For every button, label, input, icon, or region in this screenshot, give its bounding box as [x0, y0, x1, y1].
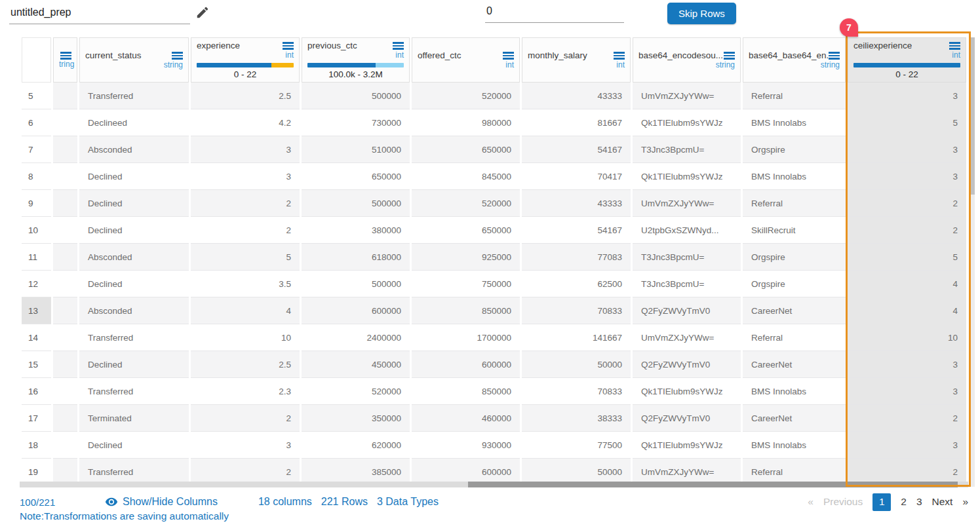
table-cell[interactable]: 70417	[522, 163, 631, 190]
table-cell[interactable]: 38333	[522, 405, 631, 432]
table-cell[interactable]: 54167	[522, 136, 631, 163]
column-header-previous_ctc[interactable]: previous_ctcint100.0k - 3.2M	[302, 37, 410, 83]
table-cell[interactable]: CareerNet	[743, 351, 846, 378]
table-cell[interactable]: UmVmZXJyYWw=	[633, 190, 741, 217]
table-cell[interactable]	[53, 83, 77, 109]
column-menu-icon[interactable]	[283, 42, 294, 50]
skip-rows-button[interactable]: Skip Rows	[667, 3, 736, 24]
column-menu-icon[interactable]	[949, 42, 960, 50]
table-cell[interactable]: 81667	[522, 109, 631, 136]
table-cell[interactable]: Declined	[79, 271, 189, 297]
table-cell[interactable]: 350000	[302, 405, 410, 432]
table-cell[interactable]: BMS Innolabs	[743, 109, 846, 136]
table-cell[interactable]: Transferred	[79, 83, 189, 109]
table-cell[interactable]: 10	[848, 324, 966, 351]
table-cell[interactable]: 5	[191, 244, 300, 271]
next-button[interactable]: Next	[932, 496, 953, 508]
table-cell[interactable]: 730000	[302, 109, 410, 136]
table-cell[interactable]: 520000	[302, 378, 410, 405]
table-cell[interactable]: Transferred	[79, 324, 189, 351]
table-cell[interactable]: 4.2	[191, 109, 300, 136]
table-cell[interactable]: 2	[848, 217, 966, 244]
table-cell[interactable]: 618000	[302, 244, 410, 271]
table-cell[interactable]: Qk1TIElubm9sYWJz	[633, 432, 741, 459]
table-cell[interactable]: BMS Innolabs	[743, 163, 846, 190]
table-cell[interactable]	[53, 163, 77, 190]
table-cell[interactable]: Declined	[79, 217, 189, 244]
table-cell[interactable]: Q2FyZWVyTmV0	[633, 351, 741, 378]
row-number-cell[interactable]: 9	[22, 190, 51, 217]
table-cell[interactable]	[53, 109, 77, 136]
table-cell[interactable]: 980000	[412, 109, 520, 136]
table-cell[interactable]: 600000	[302, 297, 410, 324]
row-number-cell[interactable]: 12	[22, 271, 51, 297]
column-menu-icon[interactable]	[724, 52, 735, 60]
table-cell[interactable]: Orgspire	[743, 271, 846, 297]
table-cell[interactable]: Q2FyZWVyTmV0	[633, 405, 741, 432]
table-cell[interactable]: 43333	[522, 83, 631, 109]
table-cell[interactable]: 5	[848, 244, 966, 271]
table-cell[interactable]: 4	[848, 297, 966, 324]
table-cell[interactable]: 460000	[412, 405, 520, 432]
edit-pencil-icon[interactable]	[195, 5, 210, 20]
table-cell[interactable]: 500000	[302, 190, 410, 217]
table-cell[interactable]: 2.5	[191, 351, 300, 378]
horizontal-scrollbar[interactable]	[20, 482, 968, 487]
page-1-button[interactable]: 1	[872, 493, 891, 511]
table-cell[interactable]	[53, 190, 77, 217]
table-cell[interactable]: UmVmZXJyYWw=	[633, 324, 741, 351]
row-number-cell[interactable]: 11	[22, 244, 51, 271]
table-cell[interactable]: Orgspire	[743, 244, 846, 271]
table-cell[interactable]: Q2FyZWVyTmV0	[633, 297, 741, 324]
table-cell[interactable]	[53, 378, 77, 405]
column-menu-icon[interactable]	[503, 52, 514, 60]
table-cell[interactable]: Absconded	[79, 297, 189, 324]
table-cell[interactable]: 3	[191, 136, 300, 163]
table-cell[interactable]: 4	[191, 297, 300, 324]
page-2-button[interactable]: 2	[901, 496, 907, 508]
table-cell[interactable]: 850000	[412, 378, 520, 405]
table-cell[interactable]: Referral	[743, 83, 846, 109]
table-cell[interactable]: 43333	[522, 190, 631, 217]
table-cell[interactable]: 10	[191, 324, 300, 351]
table-cell[interactable]: Absconded	[79, 244, 189, 271]
table-cell[interactable]: 600000	[412, 351, 520, 378]
table-cell[interactable]: 3	[848, 163, 966, 190]
table-cell[interactable]: 520000	[412, 190, 520, 217]
table-cell[interactable]: 930000	[412, 432, 520, 459]
column-header-experience[interactable]: experienceint0 - 22	[191, 37, 300, 83]
table-cell[interactable]: Terminated	[79, 405, 189, 432]
table-cell[interactable]: 650000	[412, 217, 520, 244]
column-header-truncated[interactable]: tring	[53, 37, 77, 83]
table-cell[interactable]: U2tpbGxSZWNyd...	[633, 217, 741, 244]
table-cell[interactable]	[53, 136, 77, 163]
table-cell[interactable]: 2400000	[302, 324, 410, 351]
table-cell[interactable]: 54167	[522, 217, 631, 244]
rows-count[interactable]: 221 Rows	[321, 496, 368, 508]
table-cell[interactable]: 2	[191, 217, 300, 244]
table-cell[interactable]: 3	[848, 378, 966, 405]
table-cell[interactable]	[53, 351, 77, 378]
table-cell[interactable]: 750000	[412, 271, 520, 297]
prep-name-field[interactable]: untitled_prep	[9, 5, 190, 24]
row-number-cell[interactable]: 18	[22, 432, 51, 459]
table-cell[interactable]: UmVmZXJyYWw=	[633, 83, 741, 109]
table-cell[interactable]: Declineed	[79, 109, 189, 136]
table-cell[interactable]: CareerNet	[743, 297, 846, 324]
next-arrow[interactable]: »	[962, 496, 968, 508]
table-cell[interactable]	[53, 432, 77, 459]
table-cell[interactable]: 380000	[302, 217, 410, 244]
table-cell[interactable]: 2	[848, 405, 966, 432]
table-cell[interactable]: 2	[191, 405, 300, 432]
table-cell[interactable]	[53, 405, 77, 432]
vertical-scrollbar-thumb[interactable]	[971, 37, 975, 195]
table-cell[interactable]: 925000	[412, 244, 520, 271]
columns-count[interactable]: 18 columns	[258, 496, 312, 508]
table-cell[interactable]: 3	[191, 432, 300, 459]
table-cell[interactable]	[53, 324, 77, 351]
table-cell[interactable]: Declined	[79, 190, 189, 217]
column-header-ceiliexperience[interactable]: ceiliexperienceint0 - 22	[848, 37, 966, 83]
table-cell[interactable]: 450000	[302, 351, 410, 378]
table-cell[interactable]: 3	[848, 136, 966, 163]
page-3-button[interactable]: 3	[916, 496, 922, 508]
